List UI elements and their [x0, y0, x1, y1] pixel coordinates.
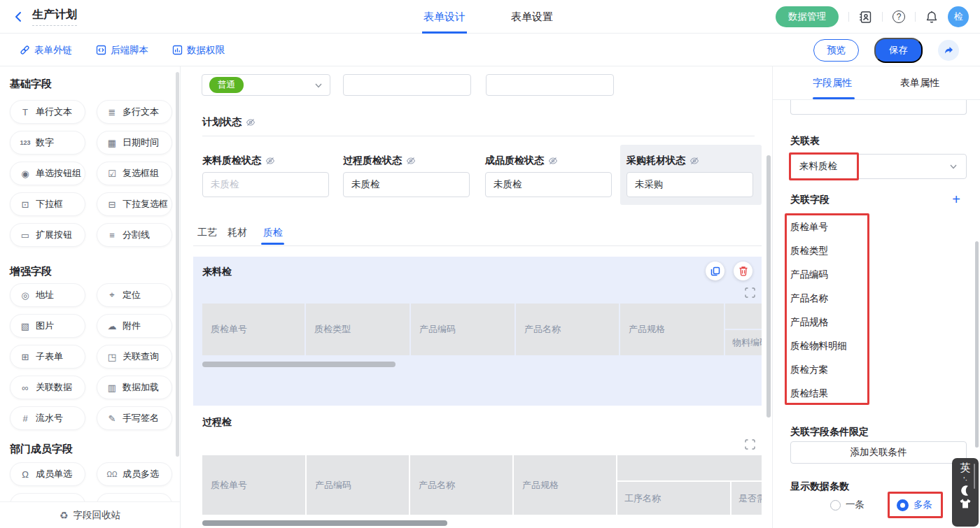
ime-drag-handle[interactable]: [974, 464, 975, 489]
level-select[interactable]: 普通: [202, 74, 330, 96]
add-field-icon[interactable]: +: [952, 194, 960, 205]
related-field-item[interactable]: 产品编码: [787, 263, 867, 287]
field-item-divider[interactable]: ≡分割线: [97, 223, 172, 247]
group-column-header: [617, 455, 762, 480]
field-item-radio-group[interactable]: ◉单选按钮组: [10, 162, 85, 185]
chart-doc-icon: [172, 45, 183, 55]
field-item-number[interactable]: 123数字: [10, 131, 85, 155]
field-item-checkbox-group[interactable]: ☑复选框组: [97, 162, 172, 185]
incoming-table-header: 质检单号 质检类型 产品编码 产品名称 产品规格 物料编码: [202, 304, 762, 355]
column-header: 产品名称: [410, 455, 512, 515]
related-field-item[interactable]: 质检单号: [787, 215, 867, 239]
multi-line-text-icon: ≣: [106, 107, 118, 117]
empty-input-2[interactable]: [486, 74, 614, 96]
group-title-enhanced: 增强字段: [10, 265, 52, 278]
empty-input-1[interactable]: [343, 74, 471, 96]
ime-language-indicator[interactable]: 英: [960, 462, 971, 475]
related-field-item[interactable]: 质检类型: [787, 239, 867, 263]
field-item-attachment[interactable]: ☁附件: [97, 314, 172, 338]
related-field-item[interactable]: 质检方案: [787, 358, 867, 382]
tab-form-properties[interactable]: 表单属性: [900, 66, 939, 99]
field-item-single-line-text[interactable]: T单行文本: [10, 100, 85, 124]
data-permission-button[interactable]: 数据权限: [172, 44, 225, 57]
tab-craft[interactable]: 工艺: [197, 227, 217, 239]
save-button[interactable]: 保存: [874, 38, 923, 63]
horizontal-scrollbar[interactable]: [202, 520, 447, 526]
process-inspection-section[interactable]: 过程检 质检单号 产品编码 产品名称 产品规格 工序名称 是否需要: [193, 406, 762, 528]
external-link-button[interactable]: 表单外链: [20, 44, 72, 57]
sidebar-scrollbar[interactable]: [176, 72, 179, 457]
radio-unselected-icon: [830, 500, 841, 511]
field-item-subform[interactable]: ⊞子表单: [10, 345, 85, 369]
ime-status-widget[interactable]: 英 ’·: [952, 458, 979, 527]
field-item-extend-button[interactable]: ▭扩展按钮: [10, 223, 85, 247]
field-item-multi-line-text[interactable]: ≣多行文本: [97, 100, 172, 124]
avatar[interactable]: 检: [948, 6, 969, 27]
tab-form-settings[interactable]: 表单设置: [511, 0, 553, 34]
field-item-datetime[interactable]: ▦日期时间: [97, 131, 172, 155]
field-item-multi-dropdown[interactable]: ⊟下拉复选框: [97, 192, 172, 216]
ime-punctuation-indicator[interactable]: ’·: [963, 477, 967, 483]
group-title-basic: 基础字段: [10, 78, 52, 91]
field-item-member-single[interactable]: Ω成员单选: [10, 462, 85, 486]
data-manage-button[interactable]: 数据管理: [776, 6, 839, 27]
field-item-image[interactable]: ▧图片: [10, 314, 85, 338]
field-item-member-multi[interactable]: ΩΩ成员多选: [97, 462, 172, 486]
related-field-item[interactable]: 质检结果: [787, 382, 867, 406]
column-header: 质检单号: [202, 455, 305, 515]
moon-icon[interactable]: [960, 485, 972, 497]
help-icon[interactable]: ?: [892, 10, 905, 23]
field-item-serial-number[interactable]: #流水号: [10, 406, 85, 430]
preview-button[interactable]: 预览: [813, 39, 859, 62]
shirt-skin-icon[interactable]: [960, 499, 971, 508]
copy-section-button[interactable]: [706, 262, 724, 280]
tab-form-design[interactable]: 表单设计: [424, 0, 465, 34]
field-item-signature[interactable]: ✎手写签名: [97, 406, 172, 430]
page-title[interactable]: 生产计划: [32, 8, 77, 26]
field-item-related-data[interactable]: ∞关联数据: [10, 376, 85, 399]
eye-off-icon: [265, 156, 275, 166]
field-item-related-query[interactable]: ◳关联查询: [97, 345, 172, 369]
finished-qc-status-input[interactable]: 未质检: [485, 172, 612, 197]
field-item-dropdown[interactable]: ⊡下拉框: [10, 192, 85, 216]
process-qc-status-input[interactable]: 未质检: [343, 172, 470, 197]
incoming-qc-status-input[interactable]: 未质检: [202, 172, 329, 197]
radio-option-single[interactable]: 一条: [830, 499, 864, 511]
backend-script-button[interactable]: 后端脚本: [96, 44, 148, 57]
field-item-address[interactable]: ◎地址: [10, 283, 85, 307]
expand-brackets-icon[interactable]: [745, 439, 755, 450]
column-header: 产品名称: [516, 304, 619, 355]
column-header: 质检类型: [306, 304, 410, 355]
related-table-select[interactable]: 来料质检: [790, 154, 967, 179]
plan-status-field[interactable]: 计划状态: [202, 116, 255, 129]
notification-bell-icon[interactable]: [925, 10, 938, 24]
field-recycle-bin[interactable]: ♻ 字段回收站: [0, 501, 180, 528]
tab-field-properties[interactable]: 字段属性: [813, 66, 852, 99]
partial-input[interactable]: [790, 100, 967, 115]
horizontal-scrollbar[interactable]: [202, 362, 396, 367]
related-field-item[interactable]: 产品规格: [787, 311, 867, 334]
incoming-inspection-section[interactable]: 来料检 质检单号 质检类型 产品编码 产品名称 产品规格 物料编码: [193, 257, 762, 406]
add-condition-button[interactable]: 添加关联条件: [790, 441, 967, 464]
divider: [882, 12, 883, 22]
address-book-icon[interactable]: [859, 10, 872, 24]
field-item-geolocation[interactable]: ⌖定位: [97, 283, 172, 307]
share-button[interactable]: [938, 40, 959, 61]
tab-material[interactable]: 耗材: [227, 227, 247, 239]
field-item-data-load[interactable]: ▥数据加载: [97, 376, 172, 399]
panel-scrollbar[interactable]: [975, 241, 979, 448]
process-qc-status-label: 过程质检状态: [343, 155, 416, 167]
related-field-item[interactable]: 质检物料明细: [787, 334, 867, 358]
radio-option-multiple[interactable]: 多条: [897, 499, 932, 511]
delete-section-button[interactable]: [734, 262, 752, 280]
person-icon: Ω: [20, 469, 31, 480]
incoming-qc-status-label: 来料质检状态: [202, 155, 275, 167]
related-field-item[interactable]: 产品名称: [787, 287, 867, 311]
dropdown-icon: ⊡: [20, 199, 31, 210]
back-icon[interactable]: [13, 10, 25, 23]
group-column-header: [725, 304, 762, 329]
tab-quality[interactable]: 质检: [263, 227, 283, 239]
expand-brackets-icon[interactable]: [745, 287, 755, 298]
purchase-material-status-input[interactable]: 未采购: [626, 172, 753, 197]
canvas-scrollbar[interactable]: [766, 155, 771, 418]
